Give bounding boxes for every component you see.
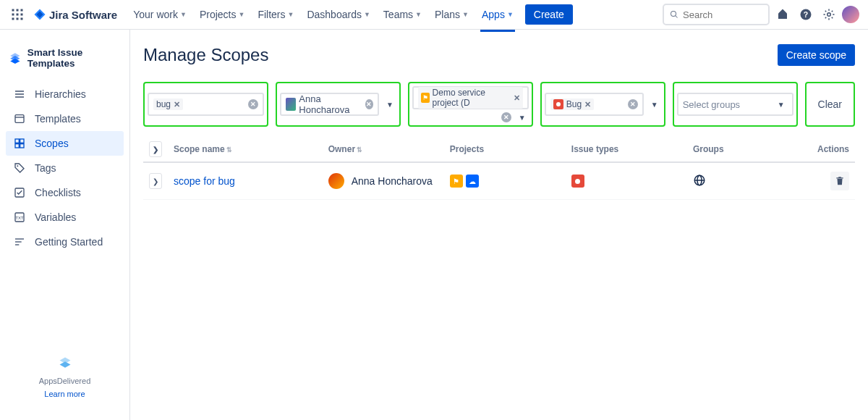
scopes-icon: [13, 137, 26, 150]
content-area: Manage Scopes Create scope bug ✕ ✕ Anna …: [130, 30, 868, 420]
clear-field-icon[interactable]: ✕: [365, 99, 373, 109]
svg-rect-19: [20, 144, 24, 148]
search-input[interactable]: [683, 9, 762, 20]
sidebar-list: Hierarchies Templates Scopes Tags Checkl…: [0, 82, 129, 254]
expand-toggle-button[interactable]: ❯: [149, 141, 162, 157]
hierarchies-icon: [13, 88, 26, 101]
expand-all-header: ❯: [143, 141, 168, 157]
row-actions-cell: [809, 172, 855, 190]
project-chip: ⚑ Demo service project (D ✕: [418, 87, 523, 109]
create-button[interactable]: Create: [525, 4, 573, 25]
create-scope-button[interactable]: Create scope: [778, 44, 855, 66]
search-filter-field[interactable]: bug ✕ ✕: [148, 93, 264, 116]
svg-rect-14: [15, 115, 24, 123]
chevron-down-icon: ▼: [288, 11, 294, 18]
svg-point-9: [671, 11, 676, 16]
sidebar-item-getting-started[interactable]: Getting Started: [6, 230, 124, 254]
column-projects-header: Projects: [444, 144, 566, 154]
filter-project-type-box: ⚑ Demo service project (D ✕ ✕ ▼: [408, 82, 533, 127]
user-avatar[interactable]: [842, 6, 859, 23]
svg-rect-4: [17, 14, 19, 16]
jira-logo[interactable]: Jira Software: [29, 8, 122, 21]
owner-name: Anna Honcharova: [299, 93, 359, 115]
column-name-header[interactable]: Scope name⇅: [168, 144, 323, 154]
bug-icon: [553, 99, 563, 109]
sidebar-item-tags[interactable]: Tags: [6, 156, 124, 180]
chevron-down-icon[interactable]: ▼: [648, 101, 661, 109]
nav-items: Your work▼ Projects▼ Filters▼ Dashboards…: [127, 4, 573, 25]
chevron-down-icon[interactable]: ▼: [516, 114, 529, 122]
sort-icon: ⇅: [226, 146, 232, 154]
search-chip: bug ✕: [153, 98, 183, 110]
sidebar-item-label: Tags: [35, 162, 56, 174]
app-switcher-icon[interactable]: [9, 6, 26, 23]
page-header: Manage Scopes Create scope: [143, 44, 855, 66]
global-search[interactable]: [663, 4, 770, 25]
svg-point-13: [827, 13, 831, 17]
help-icon[interactable]: ?: [796, 4, 816, 25]
sidebar-item-checklists[interactable]: Checklists: [6, 180, 124, 205]
nav-your-work[interactable]: Your work▼: [127, 4, 192, 25]
filter-groups-box: Select groups ▼: [673, 82, 798, 127]
clear-field-icon[interactable]: ✕: [501, 112, 511, 122]
bug-type-icon: [571, 175, 584, 188]
clear-field-icon[interactable]: ✕: [248, 99, 258, 109]
column-groups-header: Groups: [687, 144, 809, 154]
owner-filter-field[interactable]: Anna Honcharova ✕: [280, 93, 379, 116]
svg-rect-1: [17, 9, 19, 12]
svg-rect-3: [12, 14, 14, 16]
nav-teams[interactable]: Teams▼: [378, 4, 427, 25]
remove-chip-icon[interactable]: ✕: [174, 100, 180, 109]
nav-projects[interactable]: Projects▼: [194, 4, 251, 25]
issuetype-chip: Bug ✕: [550, 98, 594, 110]
svg-rect-2: [21, 9, 23, 12]
svg-point-20: [17, 165, 18, 167]
scope-name-link[interactable]: scope for bug: [174, 175, 235, 187]
expand-row-button[interactable]: ❯: [149, 173, 162, 189]
sort-icon: ⇅: [357, 146, 362, 154]
sidebar-brand[interactable]: Smart Issue Templates: [0, 41, 129, 82]
delete-button[interactable]: [830, 172, 849, 190]
issuetype-filter-field[interactable]: Bug ✕ ✕: [545, 93, 644, 116]
sidebar-item-hierarchies[interactable]: Hierarchies: [6, 82, 124, 106]
chevron-down-icon[interactable]: ▼: [775, 101, 788, 109]
column-owner-header[interactable]: Owner⇅: [323, 144, 444, 154]
chevron-down-icon: ▼: [507, 11, 514, 18]
owner-avatar-icon: [328, 173, 344, 189]
notifications-icon[interactable]: [773, 4, 793, 25]
project-icon: ⚑: [421, 93, 430, 103]
remove-chip-icon[interactable]: ✕: [584, 100, 591, 109]
footer-brand-label: AppsDelivered: [0, 377, 129, 385]
sidebar-item-variables[interactable]: TXT Variables: [6, 205, 124, 230]
chevron-down-icon: ▼: [415, 11, 422, 18]
chevron-down-icon[interactable]: ▼: [383, 101, 396, 109]
sidebar-item-templates[interactable]: Templates: [6, 106, 124, 131]
sidebar: Smart Issue Templates Hierarchies Templa…: [0, 30, 130, 420]
project-filter-field[interactable]: ⚑ Demo service project (D ✕: [412, 86, 529, 109]
sidebar-item-scopes[interactable]: Scopes: [6, 131, 124, 156]
clear-filters-button[interactable]: Clear: [809, 98, 851, 110]
row-expand-cell: ❯: [143, 173, 168, 189]
groups-filter-field[interactable]: Select groups ▼: [677, 93, 793, 116]
svg-rect-16: [15, 139, 19, 143]
learn-more-link[interactable]: Learn more: [0, 390, 129, 398]
nav-apps[interactable]: Apps▼: [476, 4, 519, 25]
nav-plans[interactable]: Plans▼: [429, 4, 475, 25]
row-types-cell: [566, 175, 687, 188]
filter-search-box: bug ✕ ✕: [143, 82, 268, 127]
svg-text:TXT: TXT: [15, 216, 24, 220]
chevron-down-icon: ▼: [238, 11, 244, 18]
project-badge-icon: ☁: [466, 175, 479, 188]
filter-owner-box: Anna Honcharova ✕ ▼: [276, 82, 401, 127]
nav-dashboards[interactable]: Dashboards▼: [301, 4, 375, 25]
filter-issuetype-box: Bug ✕ ✕ ▼: [540, 82, 665, 127]
sidebar-item-label: Scopes: [35, 138, 69, 149]
settings-icon[interactable]: [819, 4, 839, 25]
svg-rect-8: [21, 18, 23, 20]
svg-rect-5: [21, 14, 23, 16]
table-row: ❯ scope for bug Anna Honcharova ⚑ ☁: [143, 163, 855, 200]
clear-field-icon[interactable]: ✕: [628, 99, 638, 109]
svg-line-10: [676, 16, 678, 18]
remove-chip-icon[interactable]: ✕: [514, 93, 520, 103]
nav-filters[interactable]: Filters▼: [252, 4, 299, 25]
